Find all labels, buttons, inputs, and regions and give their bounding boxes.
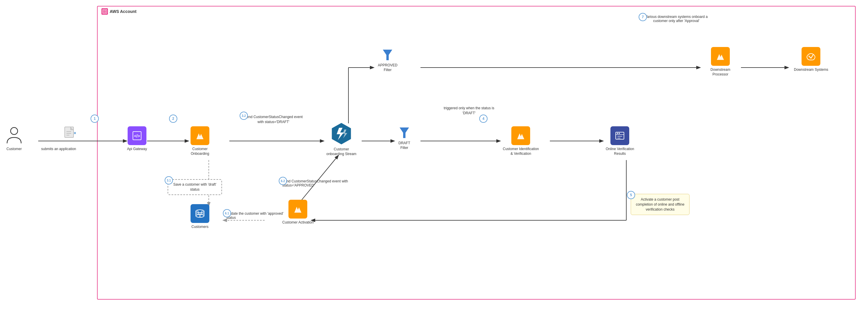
aws-account-box [97, 6, 856, 300]
customer-activation-icon [288, 200, 307, 218]
document-icon [64, 126, 76, 141]
svg-rect-0 [103, 9, 107, 13]
note-3-1: Save a customer with 'draft' status [167, 179, 222, 195]
note-3-2: Send CustomerStatusChanged event with st… [241, 114, 306, 125]
badge-6-1: 6.1 [223, 209, 231, 217]
customer-id-label: Customer Identification& Verification [503, 147, 539, 156]
svg-rect-21 [65, 127, 73, 137]
customers-db-label: Customers [191, 225, 209, 230]
badge-2: 2 [169, 114, 177, 123]
approved-filter-label: APPROVEDFilter [378, 63, 398, 72]
svg-marker-35 [400, 128, 409, 138]
svg-rect-1 [103, 10, 104, 11]
api-gateway-icon: </> [128, 126, 147, 145]
customer-stream-node: Customeronboarding Stream [327, 122, 356, 156]
svg-rect-3 [103, 12, 104, 13]
svg-text:</>: </> [134, 134, 140, 138]
customer-stream-label: Customeronboarding Stream [327, 147, 356, 156]
submits-label: submits an application [41, 147, 76, 151]
badge-7: 7 [639, 13, 647, 21]
downstream-processor-icon [711, 47, 730, 66]
badge-3-1: 3.1 [165, 176, 173, 184]
note-7: Various downstream systems onboard a cus… [643, 15, 710, 23]
approved-filter-icon [382, 48, 394, 61]
api-gateway-label: Api Gateway [127, 147, 147, 151]
badge-3-2: 3.2 [240, 112, 248, 120]
customer-icon [6, 126, 22, 145]
svg-point-38 [617, 133, 618, 134]
customer-activation-label: Customer Activation [282, 220, 314, 225]
badge-1: 1 [91, 114, 99, 123]
downstream-processor-node: Downstream Processor [703, 47, 738, 77]
svg-point-29 [196, 210, 204, 213]
badge-6-2: 6.2 [279, 177, 287, 185]
downstream-processor-label: Downstream Processor [703, 68, 738, 77]
online-verification-icon [611, 126, 629, 145]
customer-activation-node: Customer Activation [282, 200, 314, 225]
aws-account-label: AWS Account [101, 8, 136, 15]
online-verification-label: Online VerificationResults [606, 147, 634, 156]
badge-5: 5 [627, 191, 635, 199]
downstream-systems-icon [802, 47, 820, 66]
note-6-1: Update the customer with 'approved' stat… [226, 211, 285, 220]
diagram-container: AWS Account [0, 0, 868, 309]
api-gateway-node: </> Api Gateway [127, 126, 147, 151]
customer-onboarding-icon [190, 126, 209, 145]
svg-point-39 [619, 133, 620, 134]
note-5: Activate a customer post completion of o… [631, 194, 689, 215]
customer-stream-icon [330, 122, 353, 145]
svg-marker-34 [383, 49, 392, 60]
draft-filter-icon [398, 126, 410, 139]
note-4: triggered only when the status is 'DRAFT… [441, 106, 497, 116]
downstream-systems-node: Downstream Systems [794, 47, 828, 72]
customer-id-node: Customer Identification& Verification [503, 126, 539, 156]
customer-node: Customer [6, 126, 22, 151]
aws-account-icon [101, 8, 108, 15]
draft-filter-node: DRAFTFilter [398, 126, 410, 150]
draft-filter-label: DRAFTFilter [398, 141, 410, 150]
customers-db-icon [190, 204, 209, 223]
customer-onboarding-node: CustomerOnboarding [190, 126, 209, 156]
customer-label: Customer [6, 147, 22, 151]
svg-rect-4 [105, 12, 106, 13]
online-verification-node: Online VerificationResults [606, 126, 634, 156]
customer-onboarding-label: CustomerOnboarding [191, 147, 209, 156]
svg-rect-2 [105, 10, 106, 11]
note-6-2: Send CustomerStatusChanged event with st… [282, 179, 353, 187]
badge-4: 4 [479, 114, 488, 123]
downstream-systems-label: Downstream Systems [794, 68, 828, 72]
svg-point-20 [10, 128, 18, 135]
customer-id-icon [512, 126, 530, 145]
customers-db-node: Customers [190, 204, 209, 230]
approved-filter-node: APPROVEDFilter [378, 48, 398, 72]
